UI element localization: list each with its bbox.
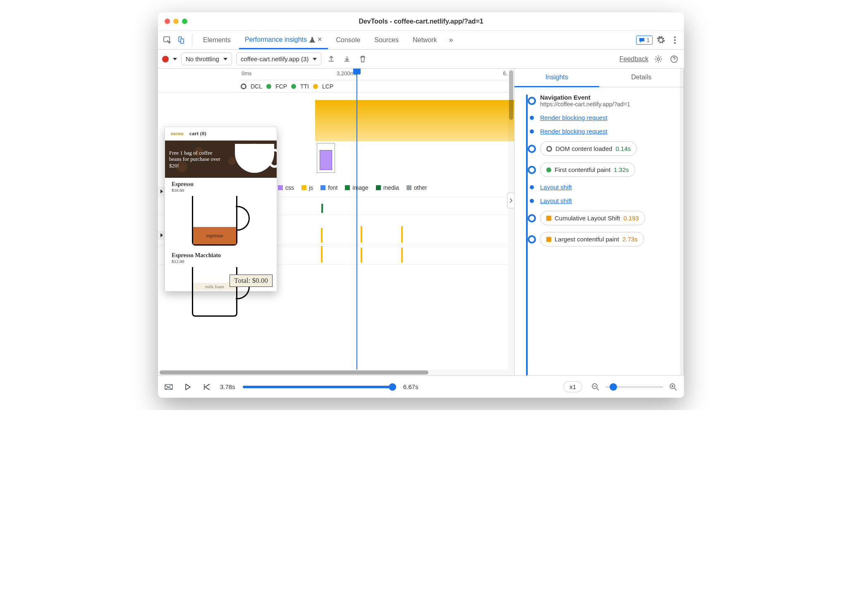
- lcp-marker-icon: [313, 84, 318, 89]
- recording-value: coffee-cart.netlify.app (3): [241, 55, 309, 62]
- fcp-label: First contentful paint: [555, 166, 610, 173]
- layout-shift-link-2[interactable]: Layout shift: [540, 197, 572, 204]
- insights-panel: Insights Details Navigation Event https:…: [514, 69, 684, 375]
- device-toggle-icon[interactable]: [175, 34, 187, 46]
- timeline-node-small[interactable]: [530, 129, 534, 134]
- dcl-bubble[interactable]: DOM content loaded 0.14s: [540, 141, 637, 156]
- playhead[interactable]: [356, 69, 357, 370]
- lcp-label: Largest contentful paint: [555, 236, 619, 243]
- close-tab-icon[interactable]: ×: [318, 35, 322, 44]
- inspect-icon[interactable]: [161, 34, 173, 46]
- timeline-node-small[interactable]: [530, 185, 534, 189]
- timeline-node-nav[interactable]: [528, 97, 536, 105]
- clear-screenshot-icon[interactable]: [163, 381, 175, 393]
- timeline-node-dcl[interactable]: [528, 145, 536, 153]
- ruler-tick: 6,: [503, 70, 507, 76]
- timeline-node-small[interactable]: [530, 199, 534, 203]
- image-swatch-icon: [345, 185, 350, 190]
- render-blocking-link-1[interactable]: Render blocking request: [540, 114, 608, 121]
- js-swatch-icon: [301, 185, 306, 190]
- main-area: 0ms 3,200ms 6, DCL FCP TTI LCP css js: [158, 69, 684, 375]
- tab-insights[interactable]: Insights: [514, 69, 599, 87]
- tti-label: TTI: [300, 83, 309, 90]
- cls-value: 0.193: [623, 215, 639, 222]
- kebab-menu-icon[interactable]: [669, 34, 681, 46]
- dcl-label: DOM content loaded: [555, 145, 612, 152]
- lcp-bubble[interactable]: Largest contentful paint 2.73s: [540, 232, 644, 246]
- legend-js: js: [309, 184, 313, 191]
- main-thread-block[interactable]: [315, 100, 514, 141]
- mug-fill-label: espresso: [193, 227, 236, 244]
- zoom-in-icon[interactable]: [667, 381, 679, 393]
- triangle-right-icon: [160, 233, 163, 237]
- chevron-down-icon: [223, 58, 227, 60]
- insights-toolbar: No throttling coffee-cart.netlify.app (3…: [158, 50, 684, 69]
- speed-pill[interactable]: x1: [563, 381, 582, 392]
- tab-performance-insights[interactable]: Performance insights ×: [239, 31, 328, 49]
- horizontal-scrollbar[interactable]: [158, 370, 514, 375]
- tab-details[interactable]: Details: [599, 69, 684, 87]
- other-swatch-icon: [407, 185, 411, 190]
- preview-cart: cart (0): [189, 130, 206, 137]
- messages-badge[interactable]: 1: [636, 36, 653, 45]
- vertical-scrollbar[interactable]: [508, 69, 514, 370]
- tab-sources[interactable]: Sources: [368, 32, 404, 48]
- render-blocking-link-2[interactable]: Render blocking request: [540, 128, 608, 135]
- mug-illustration: espresso: [188, 196, 254, 246]
- preview-menu: menu: [171, 130, 184, 137]
- chevron-down-icon: [313, 58, 317, 60]
- window-title: DevTools - coffee-cart.netlify.app/?ad=1: [158, 18, 684, 25]
- throttling-value: No throttling: [186, 55, 219, 62]
- legend-other: other: [414, 184, 427, 191]
- zoom-slider[interactable]: [605, 386, 663, 388]
- record-menu-chevron-icon[interactable]: [173, 58, 177, 60]
- throttling-select[interactable]: No throttling: [181, 53, 232, 65]
- timeline-node-lcp[interactable]: [528, 235, 536, 244]
- page-preview: menu cart (0) Free 1 bag of coffee beans…: [165, 127, 277, 291]
- recording-select[interactable]: coffee-cart.netlify.app (3): [236, 53, 322, 65]
- lcp-label: LCP: [322, 83, 333, 90]
- panel-settings-icon[interactable]: [653, 53, 664, 65]
- timeline-node-small[interactable]: [530, 116, 534, 120]
- svg-rect-0: [164, 37, 170, 42]
- tab-console[interactable]: Console: [330, 32, 366, 48]
- track-area[interactable]: 0ms 3,200ms 6, DCL FCP TTI LCP css js: [158, 69, 514, 370]
- playback-bar: 3.78s 6.67s x1: [158, 375, 684, 398]
- dcl-icon: [546, 146, 552, 152]
- fcp-label: FCP: [275, 83, 287, 90]
- resource-legend: css js font image media other: [278, 184, 476, 191]
- screenshot-thumb[interactable]: [317, 143, 335, 173]
- collapse-sidebar-handle[interactable]: [507, 193, 514, 208]
- svg-point-4: [674, 39, 676, 41]
- tab-network[interactable]: Network: [407, 32, 443, 48]
- tab-elements[interactable]: Elements: [197, 32, 237, 48]
- import-icon[interactable]: [341, 53, 353, 65]
- minimize-window-icon[interactable]: [173, 19, 179, 24]
- help-icon[interactable]: [668, 53, 680, 65]
- feedback-link[interactable]: Feedback: [620, 55, 648, 63]
- layout-shift-link-1[interactable]: Layout shift: [540, 184, 572, 191]
- zoom-out-icon[interactable]: [590, 381, 601, 393]
- delete-icon[interactable]: [357, 53, 368, 65]
- titlebar: DevTools - coffee-cart.netlify.app/?ad=1: [158, 12, 684, 31]
- fcp-bubble[interactable]: First contentful paint 1.32s: [540, 162, 635, 177]
- preview-banner-text: Free 1 bag of coffee beans for purchase …: [169, 150, 223, 169]
- play-icon[interactable]: [182, 381, 194, 393]
- rewind-icon[interactable]: [201, 381, 213, 393]
- cls-bubble[interactable]: Cumulative Layout Shift 0.193: [540, 211, 645, 225]
- more-tabs-icon[interactable]: »: [445, 34, 457, 46]
- timeline-node-fcp[interactable]: [528, 166, 536, 174]
- maximize-window-icon[interactable]: [182, 19, 187, 24]
- fcp-marker-icon: [266, 84, 271, 89]
- export-icon[interactable]: [325, 53, 337, 65]
- record-button[interactable]: [162, 56, 169, 62]
- settings-icon[interactable]: [655, 34, 667, 46]
- preview-total: Total: $0.00: [230, 275, 273, 287]
- timeline-node-cls[interactable]: [528, 214, 536, 222]
- legend-image: image: [352, 184, 368, 191]
- lcp-value: 2.73s: [622, 236, 638, 243]
- dcl-marker-icon: [241, 84, 246, 89]
- time-range-slider[interactable]: [243, 386, 396, 388]
- css-swatch-icon: [278, 185, 283, 190]
- close-window-icon[interactable]: [165, 19, 170, 24]
